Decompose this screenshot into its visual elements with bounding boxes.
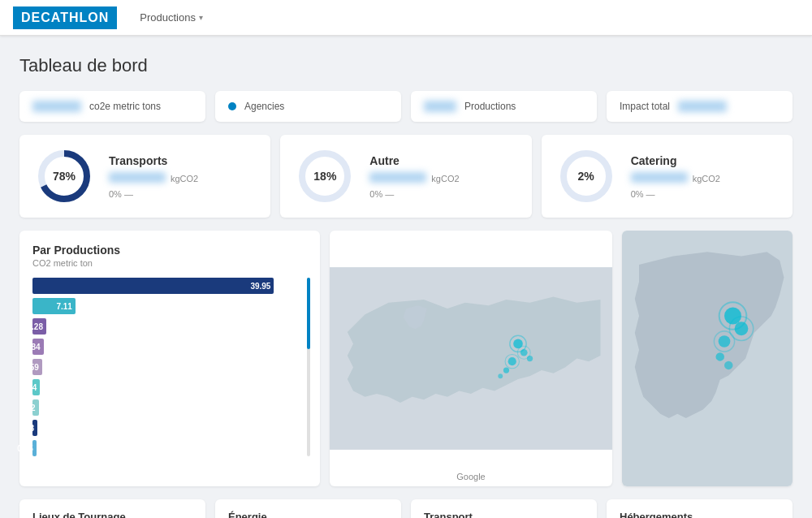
europe-map-svg: [622, 231, 793, 486]
bar-chart-card: Par Productions CO2 metric ton 39.957.11…: [19, 231, 320, 486]
bar-fill: 1.84: [32, 339, 44, 355]
donut-transports-pct: 78%: [53, 170, 76, 183]
map-card[interactable]: Google: [330, 231, 612, 486]
bar-row: 2.28: [32, 318, 307, 335]
mini-card-lieux[interactable]: Lieux de Tournage CO2e metric tons: [19, 499, 205, 518]
autre-kg: kgCO2: [431, 174, 459, 183]
transports-trend: 0% —: [109, 189, 198, 199]
donut-card-autre[interactable]: 18% Autre kgCO2 0% —: [280, 135, 531, 218]
catering-val: [631, 172, 688, 183]
bar-fill: 1.59: [32, 359, 42, 375]
mini-card-hebergements[interactable]: Hébergements CO2e metric tons: [607, 499, 793, 518]
header: DECATHLON Productions ▾: [0, 0, 812, 36]
bar-value-label: 2.28: [28, 322, 43, 331]
donut-card-transports[interactable]: 78% Transports kgCO2 0% —: [19, 135, 270, 218]
map-svg: [330, 231, 612, 486]
bar-fill: 0.65: [32, 440, 37, 456]
bar-value-label: 1.02: [19, 404, 35, 412]
svg-point-19: [735, 322, 749, 335]
bar-row: 0.65: [32, 440, 307, 456]
mini-card-energie[interactable]: Énergie CO2e metric tons: [215, 499, 401, 518]
bar-track: 0.65: [32, 440, 307, 456]
donut-catering-title: Catering: [631, 154, 720, 167]
svg-point-14: [498, 373, 503, 378]
bottom-row: Par Productions CO2 metric ton 39.957.11…: [19, 231, 793, 486]
donut-catering: 2%: [558, 148, 615, 205]
bar-row: 1.59: [32, 359, 307, 375]
chevron-down-icon: ▾: [199, 13, 203, 22]
svg-point-9: [520, 349, 528, 356]
bar-row: 1.02: [32, 399, 307, 416]
bar-value-label: 39.95: [250, 282, 270, 291]
bar-value-label: 0.8: [23, 424, 34, 433]
donut-cards-row: 78% Transports kgCO2 0% — 18% A: [19, 135, 793, 218]
bar-value-label: 0.65: [17, 444, 32, 453]
bar-row: 39.95: [32, 278, 307, 294]
donut-transports: 78%: [36, 148, 93, 205]
svg-point-11: [508, 357, 516, 365]
bar-row: 7.11: [32, 298, 307, 314]
donut-catering-info: Catering kgCO2 0% —: [631, 154, 720, 199]
agencies-dot: [228, 102, 236, 110]
bar-track: 2.28: [32, 318, 307, 335]
bar-value-label: 1.59: [23, 363, 38, 372]
main-content: Tableau de bord co2e metric tons Agencie…: [0, 36, 812, 518]
bar-track: 1.59: [32, 359, 307, 375]
logo: DECATHLON: [13, 6, 117, 29]
donut-transports-info: Transports kgCO2 0% —: [109, 154, 198, 199]
bar-track: 1.84: [32, 339, 307, 355]
bar-row: 1.24: [32, 379, 307, 395]
page-title: Tableau de bord: [19, 55, 793, 76]
bar-track: 0.8: [32, 420, 307, 436]
catering-trend: 0% —: [631, 189, 720, 199]
mini-card-transport[interactable]: Transport CO2e metric tons: [411, 499, 597, 518]
bar-track: 1.02: [32, 399, 307, 416]
summary-card-agencies[interactable]: Agencies: [215, 91, 401, 122]
svg-point-24: [724, 361, 733, 370]
energie-title: Énergie: [228, 511, 388, 518]
donut-catering-pct: 2%: [578, 170, 594, 183]
google-label: Google: [456, 472, 485, 481]
donut-autre-pct: 18%: [313, 170, 336, 183]
summary-card-productions[interactable]: Productions: [411, 91, 597, 122]
bar-fill: 2.28: [32, 318, 46, 335]
autre-val: [369, 172, 426, 183]
bar-fill: 0.8: [32, 420, 37, 436]
summary-cards: co2e metric tons Agencies Productions Im…: [19, 91, 793, 122]
bar-scroll: 39.957.112.281.841.591.241.020.80.65: [32, 278, 307, 456]
mini-cards-row: Lieux de Tournage CO2e metric tons Énerg…: [19, 499, 793, 518]
bar-track: 7.11: [32, 298, 307, 314]
svg-point-17: [724, 308, 741, 325]
bar-container: 39.957.112.281.841.591.241.020.80.65: [32, 278, 307, 456]
svg-point-21: [719, 335, 731, 347]
donut-autre: 18%: [296, 148, 353, 205]
autre-trend: 0% —: [369, 189, 459, 199]
bar-value-label: 1.24: [21, 383, 37, 392]
bar-value-label: 7.11: [56, 302, 71, 311]
bar-track: 39.95: [32, 278, 307, 294]
productions-value: [424, 101, 456, 112]
bar-fill: 39.95: [32, 278, 274, 294]
bar-row: 0.8: [32, 420, 307, 436]
svg-point-13: [503, 367, 509, 373]
bar-value-label: 1.84: [24, 343, 40, 352]
nav-label: Productions: [140, 11, 196, 24]
bar-fill: 1.24: [32, 379, 40, 395]
scroll-thumb[interactable]: [307, 278, 310, 349]
right-panel: [622, 231, 793, 486]
hebergements-title: Hébergements: [620, 511, 780, 518]
bar-chart-subtitle: CO2 metric ton: [32, 258, 307, 268]
co2-value: [32, 101, 81, 112]
impact-value: [678, 101, 727, 112]
agencies-label: Agencies: [244, 101, 284, 112]
summary-card-impact[interactable]: Impact total: [607, 91, 793, 122]
donut-transports-title: Transports: [109, 154, 198, 167]
bar-chart-title: Par Productions: [32, 244, 307, 257]
donut-card-catering[interactable]: 2% Catering kgCO2 0% —: [542, 135, 793, 218]
scrollbar[interactable]: [307, 278, 310, 456]
summary-card-co2[interactable]: co2e metric tons: [19, 91, 205, 122]
transports-val: [109, 172, 166, 183]
co2-label: co2e metric tons: [89, 101, 161, 112]
nav-productions[interactable]: Productions ▾: [133, 8, 209, 27]
donut-autre-title: Autre: [369, 154, 459, 167]
